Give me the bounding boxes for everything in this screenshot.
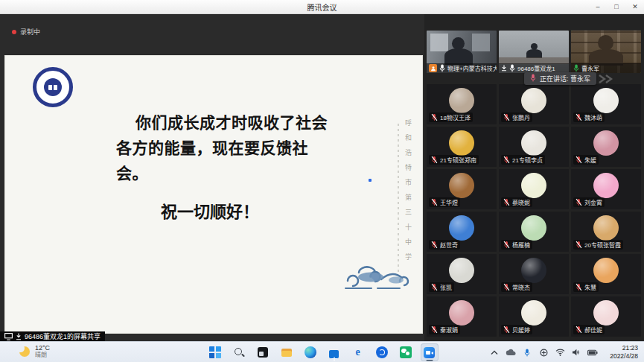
close-button[interactable]: ✕	[631, 3, 640, 10]
volume-icon[interactable]	[571, 347, 581, 358]
participant-tile[interactable]: 20专硕张智霞	[571, 212, 641, 252]
participant-name: 贝媛婷	[512, 326, 530, 334]
participant-name: 18物汉王泽	[440, 113, 471, 121]
sidebar-arrows-icon[interactable]	[598, 74, 614, 83]
minimize-button[interactable]: –	[593, 3, 602, 10]
mic-muted-icon	[576, 198, 582, 206]
participant-tile[interactable]: 赵世奇	[427, 212, 497, 252]
start-icon[interactable]	[206, 343, 224, 361]
participant-name-bar: 赵世奇	[429, 240, 460, 250]
participant-name: 秦淑娟	[440, 326, 458, 334]
mic-muted-icon	[576, 156, 582, 164]
participant-tile[interactable]: 21专硕张郑南	[427, 127, 497, 167]
participant-name-bar: 朱媛	[573, 155, 599, 165]
ie-icon[interactable]	[349, 343, 367, 361]
mic-muted-icon	[431, 198, 438, 206]
participant-tile[interactable]: 朱媛	[571, 127, 641, 167]
store-icon[interactable]	[325, 343, 343, 361]
cloud-icon[interactable]	[506, 347, 516, 358]
participant-tile[interactable]: 21专硕李贞	[499, 127, 569, 167]
participant-tile[interactable]: 常晓杰	[499, 254, 569, 294]
maximize-button[interactable]: □	[612, 3, 621, 10]
share-info-bar[interactable]: 96486董双龙1的屏幕共享	[0, 331, 105, 341]
participant-name-bar: 秦淑娟	[429, 325, 460, 334]
participant-avatar	[593, 300, 619, 326]
participant-grid: 18物汉王泽张鹏丹魏沐萌21专硕张郑南21专硕李贞朱媛王华煜蔡晓妮刘金霄赵世奇杨…	[427, 84, 644, 337]
participant-name-bar: 张鹏丹	[501, 112, 532, 122]
mic-icon[interactable]	[522, 347, 532, 358]
video-tile[interactable]: 96486董双龙1	[499, 31, 569, 73]
host-badge-icon	[429, 64, 437, 72]
mic-muted-icon	[576, 326, 582, 334]
slide-paragraph: 你们成长成才时吸收了社会各方的能量，现在要反馈社会。	[116, 110, 339, 186]
tencent-meeting-icon[interactable]	[421, 343, 439, 361]
share-info-text: 96486董双龙1的屏幕共享	[25, 331, 101, 341]
window-title: 腾讯会议	[307, 1, 337, 13]
participant-name-bar: 常晓杰	[501, 282, 532, 292]
task-view-icon[interactable]	[254, 343, 272, 361]
taskbar: 12°C 晴朗 21:23 2022/4/28	[0, 341, 644, 362]
mic-muted-icon	[431, 113, 438, 121]
participant-avatar	[521, 130, 546, 156]
participant-tile[interactable]: 贝媛婷	[499, 296, 569, 337]
mic-muted-icon	[503, 283, 510, 291]
participant-name-bar: 刘金霄	[573, 197, 605, 207]
participant-tile[interactable]: 张凯	[427, 254, 497, 294]
participant-tile[interactable]: 魏沐萌	[571, 84, 641, 124]
speaking-mic-icon	[530, 74, 536, 83]
participant-name: 王华煜	[440, 198, 458, 206]
meeting-window: 录制中 你们成长成才时吸收了社会各方的能量，现在要反馈社会。 祝一切顺好！ 呼和…	[0, 13, 644, 341]
video-tile[interactable]: 曹永军	[571, 31, 641, 73]
monitor-icon	[4, 333, 13, 340]
recording-indicator: 录制中	[12, 27, 40, 36]
participant-tile[interactable]: 18物汉王泽	[427, 84, 497, 124]
video-tile[interactable]: 物理+内蒙古科技大…	[427, 31, 497, 73]
participant-tile[interactable]: 刘金霄	[571, 169, 641, 209]
window-titlebar: 腾讯会议 – □ ✕	[0, 0, 644, 14]
video-participant-name: 96486董双龙1	[517, 64, 555, 72]
participant-avatar	[593, 258, 619, 283]
wechat-icon[interactable]	[397, 343, 415, 361]
participant-name: 常晓杰	[512, 283, 530, 291]
round-blue-app-icon[interactable]	[373, 343, 391, 361]
taskbar-clock[interactable]: 21:23 2022/4/28	[610, 344, 638, 361]
participant-name-bar: 魏沐萌	[573, 112, 605, 122]
participant-tile[interactable]: 王华煜	[427, 169, 497, 209]
video-participant-name: 物理+内蒙古科技大…	[447, 64, 497, 72]
school-emblem-icon	[33, 67, 73, 107]
mic-muted-icon	[503, 326, 510, 334]
input-method-icon[interactable]	[538, 347, 549, 358]
participant-avatar	[593, 88, 619, 113]
participant-tile[interactable]: 秦淑娟	[427, 296, 497, 337]
mic-muted-icon	[576, 283, 582, 291]
search-icon[interactable]	[230, 343, 248, 361]
battery-icon[interactable]	[587, 347, 598, 358]
participant-name: 张凯	[440, 283, 452, 291]
participant-tile[interactable]: 朱慧	[571, 254, 641, 294]
participant-tile[interactable]: 蔡晓妮	[499, 169, 569, 209]
pointer-dot	[369, 179, 372, 182]
participant-avatar	[449, 173, 474, 198]
participant-avatar	[449, 130, 474, 156]
chevron-up-icon[interactable]	[489, 347, 500, 358]
clock-date: 2022/4/28	[610, 352, 638, 361]
file-explorer-icon[interactable]	[278, 343, 296, 361]
participant-tile[interactable]: 杨雁楠	[499, 212, 569, 252]
participant-name: 张鹏丹	[512, 113, 530, 121]
recording-dot-icon	[12, 30, 16, 34]
participant-avatar	[449, 215, 474, 241]
audio-download-icon	[501, 65, 507, 72]
mic-muted-icon	[503, 198, 510, 206]
participant-name: 朱慧	[584, 283, 596, 291]
wifi-icon[interactable]	[555, 347, 565, 358]
screen-share-view: 你们成长成才时吸收了社会各方的能量，现在要反馈社会。 祝一切顺好！ 呼和浩特市第…	[4, 55, 423, 334]
mic-muted-icon	[431, 156, 438, 164]
participant-tile[interactable]: 张鹏丹	[499, 84, 569, 124]
participant-avatar	[521, 300, 546, 326]
edge-icon[interactable]	[302, 343, 319, 361]
participant-avatar	[593, 130, 619, 156]
weather-widget[interactable]: 12°C 晴朗	[19, 344, 50, 359]
window-controls: – □ ✕	[593, 0, 640, 13]
participant-avatar	[521, 173, 546, 198]
participant-tile[interactable]: 郝佳妮	[571, 296, 641, 337]
